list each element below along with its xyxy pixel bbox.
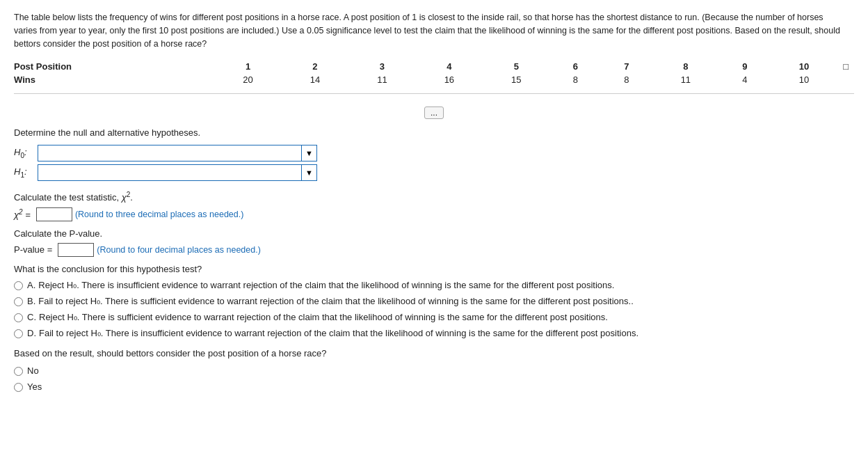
chi-label: Calculate the test statistic, χ2. (14, 191, 854, 203)
col-header-3: 3 (348, 60, 415, 73)
pvalue-section: Calculate the P-value. P-value = (Round … (14, 228, 854, 257)
result-no-label: No (27, 365, 39, 376)
option-d-text: Fail to reject H₀. There is insufficient… (39, 328, 638, 338)
wins-10: 10 (771, 73, 838, 86)
table-divider (14, 93, 854, 94)
wins-6: 8 (550, 73, 602, 86)
h0-row: H0: ▼ (14, 145, 854, 161)
radio-no[interactable] (14, 367, 23, 376)
h0-dropdown-button[interactable]: ▼ (302, 145, 317, 161)
pvalue-label: Calculate the P-value. (14, 228, 854, 239)
option-c-letter: C. (27, 312, 36, 322)
wins-8: 11 (652, 73, 719, 86)
option-d-letter: D. (27, 328, 36, 338)
wins-9: 4 (719, 73, 771, 86)
wins-empty (837, 73, 854, 86)
pvalue-formula-row: P-value = (Round to four decimal places … (14, 243, 854, 257)
conclusion-title: What is the conclusion for this hypothes… (14, 264, 854, 274)
conclusion-section: What is the conclusion for this hypothes… (14, 264, 854, 338)
h0-input-wrapper: ▼ (38, 145, 317, 161)
col-header-9: 9 (719, 60, 771, 73)
wins-label: Wins (14, 73, 214, 86)
h1-label: H1: (14, 166, 33, 179)
table-header-row: Post Position 1 2 3 4 5 6 7 8 9 10 □ (14, 60, 854, 73)
result-no[interactable]: No (14, 365, 854, 376)
table-corner-icon: □ (837, 60, 854, 73)
pvalue-input[interactable] (58, 243, 94, 257)
wins-1: 20 (214, 73, 281, 86)
wins-5: 15 (483, 73, 549, 86)
option-d[interactable]: D. Fail to reject H₀. There is insuffici… (14, 328, 854, 338)
chi-hint: (Round to three decimal places as needed… (75, 210, 244, 219)
radio-b[interactable] (14, 297, 23, 306)
result-yes-label: Yes (27, 381, 42, 392)
ellipsis-row: ... (14, 104, 854, 122)
col-header-5: 5 (483, 60, 549, 73)
h1-row: H1: ▼ (14, 164, 854, 181)
chi-value-input[interactable] (36, 207, 72, 221)
result-section: Based on the result, should bettors cons… (14, 348, 854, 392)
chi-formula-row: χ2 = (Round to three decimal places as n… (14, 207, 854, 221)
result-yes[interactable]: Yes (14, 381, 854, 392)
wins-7: 8 (601, 73, 652, 86)
wins-2: 14 (282, 73, 348, 86)
radio-a[interactable] (14, 281, 23, 290)
h0-label: H0: (14, 147, 33, 159)
col-header-10: 10 (771, 60, 838, 73)
option-a-text: Reject H₀. There is insufficient evidenc… (38, 280, 614, 290)
data-table: Post Position 1 2 3 4 5 6 7 8 9 10 □ Win… (14, 60, 854, 86)
pvalue-prefix: P-value = (14, 244, 52, 255)
col-header-6: 6 (550, 60, 602, 73)
hypotheses-title: Determine the null and alternative hypot… (14, 127, 854, 138)
col-header-4: 4 (416, 60, 483, 73)
radio-d[interactable] (14, 329, 23, 338)
result-title: Based on the result, should bettors cons… (14, 348, 854, 358)
chi-section: Calculate the test statistic, χ2. χ2 = (… (14, 191, 854, 221)
radio-c[interactable] (14, 313, 23, 322)
h1-input-wrapper: ▼ (38, 164, 317, 181)
option-b[interactable]: B. Fail to reject H₀. There is sufficien… (14, 296, 854, 306)
option-c-text: Reject H₀. There is sufficient evidence … (39, 312, 608, 322)
h0-input[interactable] (38, 145, 302, 161)
radio-yes[interactable] (14, 383, 23, 392)
col-header-1: 1 (214, 60, 281, 73)
wins-3: 11 (348, 73, 415, 86)
wins-4: 16 (416, 73, 483, 86)
option-b-letter: B. (27, 296, 35, 306)
option-a[interactable]: A. Reject H₀. There is insufficient evid… (14, 280, 854, 290)
chi-symbol: χ2 = (14, 208, 31, 220)
col-header-label: Post Position (14, 60, 214, 73)
pvalue-hint: (Round to four decimal places as needed.… (97, 245, 261, 255)
option-b-text: Fail to reject H₀. There is sufficient e… (38, 296, 634, 306)
intro-text: The table below lists the frequency of w… (14, 11, 849, 50)
col-header-2: 2 (282, 60, 348, 73)
h1-dropdown-button[interactable]: ▼ (302, 164, 317, 181)
col-header-8: 8 (652, 60, 719, 73)
h1-input[interactable] (38, 164, 302, 181)
option-a-letter: A. (27, 280, 35, 290)
col-header-7: 7 (601, 60, 652, 73)
option-c[interactable]: C. Reject H₀. There is sufficient eviden… (14, 312, 854, 322)
ellipsis-button[interactable]: ... (424, 107, 444, 119)
table-wins-row: Wins 20 14 11 16 15 8 8 11 4 10 (14, 73, 854, 86)
